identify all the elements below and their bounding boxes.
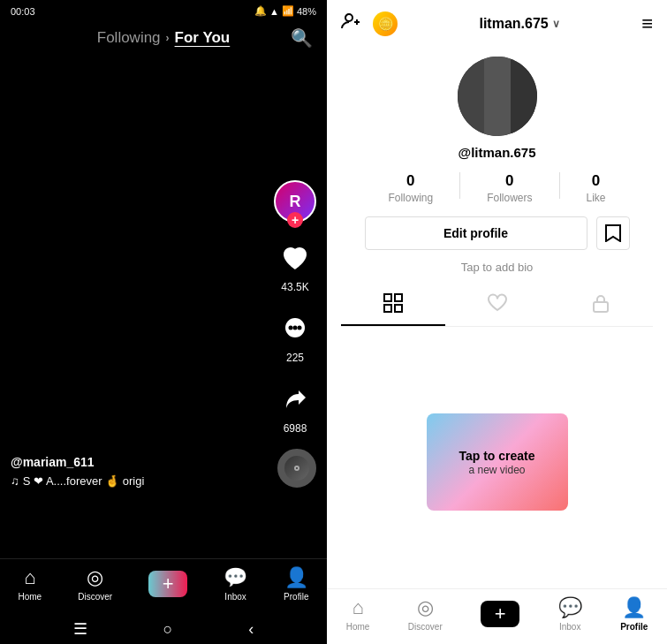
profile-username-text: litman.675 xyxy=(479,16,548,32)
menu-icon[interactable]: ≡ xyxy=(641,12,653,35)
comment-icon xyxy=(276,309,315,348)
avatar-strip-3 xyxy=(511,57,537,136)
song-text: S ❤ A....forever 🤞 origi xyxy=(23,474,145,488)
nav-home[interactable]: ⌂ Home xyxy=(19,566,42,602)
stat-divider-1 xyxy=(459,172,460,199)
video-area: R + 43.5K xyxy=(0,54,327,558)
edit-profile-button[interactable]: Edit profile xyxy=(365,216,587,250)
avatar-inner xyxy=(458,57,537,136)
liked-icon xyxy=(488,293,507,317)
status-icons: 🔔 ▲ 📶 48% xyxy=(254,5,316,17)
rnav-profile[interactable]: 👤 Profile xyxy=(620,596,648,632)
add-friend-icon[interactable] xyxy=(341,11,362,37)
stat-divider-2 xyxy=(559,172,560,199)
rnav-create[interactable]: + xyxy=(481,601,519,627)
tab-liked[interactable] xyxy=(445,284,550,326)
time-display: 00:03 xyxy=(11,6,35,17)
video-username[interactable]: @mariam_611 xyxy=(11,455,265,469)
nav-discover[interactable]: ◎ Discover xyxy=(78,566,112,602)
svg-rect-12 xyxy=(395,305,402,312)
svg-point-1 xyxy=(289,326,293,330)
stat-following[interactable]: 0 Following xyxy=(388,172,433,204)
bottom-nav-left: ⌂ Home ◎ Discover + 💬 Inbox 👤 Profile xyxy=(0,558,327,614)
profile-icon: 👤 xyxy=(284,566,308,589)
followers-value: 0 xyxy=(505,172,513,190)
signal-icon: 📶 xyxy=(282,5,294,17)
song-info[interactable]: ♫ S ❤ A....forever 🤞 origi xyxy=(11,474,265,488)
share-action[interactable]: 6988 xyxy=(276,380,315,435)
followers-label: Followers xyxy=(487,192,532,204)
create-button-left[interactable]: + xyxy=(148,571,187,597)
nav-foryou-label[interactable]: For You xyxy=(175,29,231,47)
stat-likes[interactable]: 0 Like xyxy=(587,172,606,204)
avatar-strip-2 xyxy=(484,57,511,136)
follow-plus-button[interactable]: + xyxy=(287,212,303,228)
nav-dot: › xyxy=(166,32,170,44)
chevron-down-icon: ∨ xyxy=(552,18,560,30)
bottom-nav-right: ⌂ Home ◎ Discover + 💬 Inbox 👤 Profile xyxy=(327,588,667,644)
music-note-icon: ♫ xyxy=(11,474,19,488)
nav-title: Following › For You xyxy=(97,29,230,47)
svg-rect-11 xyxy=(384,305,391,312)
rnav-inbox-icon: 💬 xyxy=(558,596,582,619)
lock-icon xyxy=(593,293,609,317)
nav-inbox[interactable]: 💬 Inbox xyxy=(224,566,247,602)
like-action[interactable]: 43.5K xyxy=(276,239,315,293)
left-panel: 00:03 🔔 ▲ 📶 48% Following › For You 🔍 R … xyxy=(0,0,327,644)
right-actions: R + 43.5K xyxy=(274,180,316,435)
battery-icon: 🔔 xyxy=(254,5,267,17)
create-button-right[interactable]: + xyxy=(481,601,519,627)
create-card-text: Tap to create xyxy=(459,448,534,464)
like-count: 43.5K xyxy=(281,281,308,293)
gesture-recents: ☰ xyxy=(73,619,87,639)
plus-icon-right: + xyxy=(495,602,506,625)
bookmark-button[interactable] xyxy=(596,216,630,250)
svg-rect-13 xyxy=(594,302,608,312)
likes-value: 0 xyxy=(592,172,600,190)
home-icon: ⌂ xyxy=(24,566,35,589)
plus-icon: + xyxy=(163,572,174,595)
inbox-icon: 💬 xyxy=(224,566,247,589)
profile-body: @litman.675 0 Following 0 Followers 0 Li… xyxy=(327,48,667,336)
coin-icon[interactable]: 🪙 xyxy=(373,11,398,36)
svg-rect-9 xyxy=(384,294,391,301)
rnav-inbox-label: Inbox xyxy=(559,622,580,632)
create-card-subtext: a new video xyxy=(468,464,525,476)
gesture-home: ○ xyxy=(163,620,173,639)
right-panel: 🪙 litman.675 ∨ ≡ @litman.675 0 Following xyxy=(327,0,667,644)
discover-icon: ◎ xyxy=(87,566,103,589)
svg-point-3 xyxy=(298,326,302,330)
profile-username-selector[interactable]: litman.675 ∨ xyxy=(479,16,559,32)
create-video-card[interactable]: Tap to create a new video xyxy=(427,413,568,511)
tab-private[interactable] xyxy=(549,284,653,326)
bio-placeholder[interactable]: Tap to add bio xyxy=(461,261,534,274)
music-disc[interactable] xyxy=(277,449,316,488)
rnav-inbox[interactable]: 💬 Inbox xyxy=(558,596,582,632)
rnav-home-label: Home xyxy=(346,622,370,632)
rnav-home[interactable]: ⌂ Home xyxy=(346,596,370,632)
comment-action[interactable]: 225 xyxy=(276,309,315,364)
following-value: 0 xyxy=(406,172,414,190)
tab-videos[interactable] xyxy=(341,284,445,326)
stats-row: 0 Following 0 Followers 0 Like xyxy=(388,172,605,204)
nav-create[interactable]: + xyxy=(148,571,187,597)
share-count: 6988 xyxy=(284,422,307,435)
rnav-discover[interactable]: ◎ Discover xyxy=(408,596,443,632)
rnav-profile-icon: 👤 xyxy=(622,596,646,619)
avatar-strip-1 xyxy=(458,57,484,136)
profile-handle: @litman.675 xyxy=(459,145,536,160)
svg-point-2 xyxy=(293,326,298,330)
nav-following-label[interactable]: Following xyxy=(97,29,161,47)
avatar-letter: R xyxy=(290,193,301,211)
search-icon[interactable]: 🔍 xyxy=(291,27,313,49)
gesture-bar: ☰ ○ ‹ xyxy=(0,614,327,644)
rnav-home-icon: ⌂ xyxy=(352,596,363,619)
nav-discover-label: Discover xyxy=(78,592,112,602)
stat-followers[interactable]: 0 Followers xyxy=(487,172,532,204)
nav-profile[interactable]: 👤 Profile xyxy=(284,566,308,602)
heart-icon xyxy=(276,239,315,277)
profile-header-left: 🪙 xyxy=(341,11,398,37)
creator-avatar[interactable]: R + xyxy=(274,180,316,223)
svg-point-5 xyxy=(296,467,298,469)
svg-rect-10 xyxy=(395,294,402,301)
